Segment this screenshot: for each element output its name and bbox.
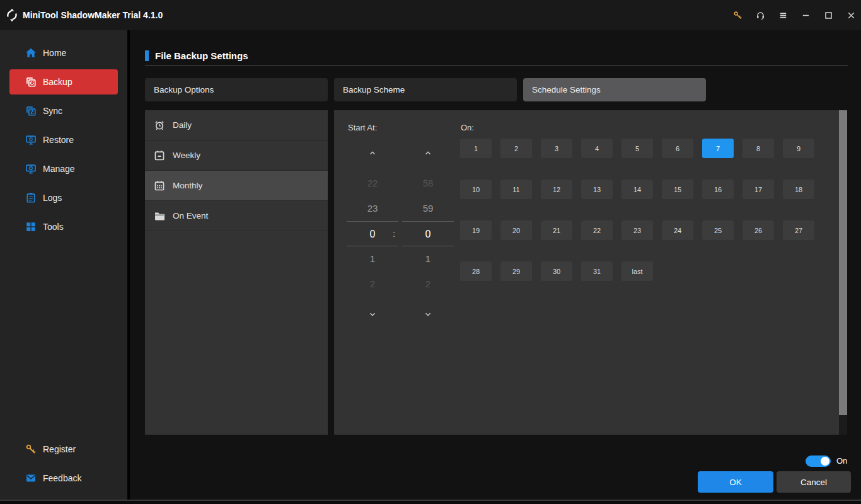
- day-button[interactable]: 14: [621, 180, 653, 199]
- day-button[interactable]: 17: [743, 180, 774, 199]
- minute-value[interactable]: 2: [402, 272, 454, 297]
- schedule-type-label: Weekly: [173, 151, 200, 160]
- chevron-down-icon: [368, 310, 377, 319]
- titlebar-support-button[interactable]: [753, 6, 768, 24]
- schedule-type-label: Monthly: [173, 181, 202, 190]
- titlebar-key-button[interactable]: [730, 6, 745, 24]
- sidebar-item-home[interactable]: Home: [9, 40, 118, 66]
- app-window: MiniTool ShadowMaker Trial 4.1.0: [0, 0, 861, 504]
- day-button[interactable]: 29: [500, 261, 532, 281]
- day-button[interactable]: 28: [460, 261, 492, 281]
- day-button[interactable]: 8: [743, 139, 774, 158]
- hour-up-button[interactable]: [347, 140, 398, 166]
- minute-down-button[interactable]: [402, 302, 454, 327]
- page-header: File Backup Settings: [145, 50, 848, 66]
- schedule-toggle[interactable]: [806, 455, 831, 467]
- titlebar-close-button[interactable]: [843, 6, 858, 24]
- time-separator: :: [390, 221, 398, 246]
- schedule-type-monthly[interactable]: Monthly: [145, 171, 328, 201]
- sidebar-item-tools[interactable]: Tools: [9, 214, 118, 239]
- home-icon: [25, 47, 37, 59]
- minute-up-button[interactable]: [402, 140, 454, 166]
- day-button[interactable]: 18: [783, 180, 814, 199]
- day-button[interactable]: 30: [541, 261, 572, 281]
- sidebar-bottom-items: Register Feedback: [0, 437, 127, 495]
- day-button[interactable]: 26: [743, 220, 774, 240]
- day-button[interactable]: 11: [500, 180, 532, 199]
- sidebar-item-register[interactable]: Register: [9, 437, 118, 462]
- day-button[interactable]: 16: [702, 180, 734, 199]
- titlebar-menu-button[interactable]: [775, 6, 790, 24]
- day-button[interactable]: 24: [662, 220, 693, 240]
- tab-backup-options[interactable]: Backup Options: [145, 78, 328, 101]
- day-button[interactable]: 9: [783, 139, 814, 158]
- toggle-state-label: On: [836, 455, 847, 467]
- schedule-type-on-event[interactable]: On Event: [145, 201, 328, 231]
- key-icon: [733, 11, 743, 20]
- window-bottom-edge: [0, 501, 861, 504]
- hour-down-button[interactable]: [347, 302, 398, 327]
- sidebar-item-label: Manage: [43, 164, 75, 174]
- day-button[interactable]: 5: [621, 139, 653, 158]
- schedule-type-label: On Event: [173, 211, 208, 220]
- titlebar-buttons: [722, 6, 858, 24]
- day-button[interactable]: 27: [783, 220, 814, 240]
- day-button[interactable]: 12: [541, 180, 572, 199]
- day-button[interactable]: 21: [541, 220, 572, 240]
- day-button[interactable]: 10: [460, 180, 492, 199]
- day-button[interactable]: 1: [460, 139, 492, 158]
- day-button[interactable]: 19: [460, 220, 492, 240]
- sidebar-item-restore[interactable]: Restore: [9, 127, 118, 152]
- sidebar-item-manage[interactable]: Manage: [9, 156, 118, 181]
- backup-icon: [25, 76, 37, 88]
- manage-icon: [25, 163, 37, 175]
- sidebar-item-feedback[interactable]: Feedback: [9, 466, 118, 491]
- sidebar-separator: [127, 30, 130, 500]
- minute-value[interactable]: 0: [402, 221, 454, 246]
- day-button[interactable]: 20: [500, 220, 532, 240]
- sidebar-item-label: Backup: [43, 77, 72, 87]
- day-button[interactable]: 7: [702, 139, 734, 158]
- scrollbar-thumb[interactable]: [839, 110, 847, 415]
- toggle-knob: [821, 457, 829, 466]
- sidebar-item-backup[interactable]: Backup: [9, 69, 118, 94]
- day-button[interactable]: 2: [500, 139, 532, 158]
- schedule-type-daily[interactable]: Daily: [145, 110, 328, 140]
- schedule-type-weekly[interactable]: Weekly: [145, 140, 328, 171]
- tab-backup-scheme[interactable]: Backup Scheme: [334, 78, 517, 101]
- day-button[interactable]: 6: [662, 139, 693, 158]
- day-button[interactable]: last: [621, 261, 653, 281]
- day-button[interactable]: 13: [581, 180, 613, 199]
- hour-value[interactable]: 2: [347, 272, 398, 297]
- day-button[interactable]: 4: [581, 139, 613, 158]
- sidebar-item-label: Register: [43, 444, 76, 454]
- sidebar-item-logs[interactable]: Logs: [9, 185, 118, 210]
- ok-button[interactable]: OK: [698, 471, 773, 493]
- minute-value[interactable]: 59: [402, 196, 454, 221]
- cancel-button[interactable]: Cancel: [777, 471, 851, 493]
- minute-spinner: 58 59 0 1 2: [402, 110, 454, 337]
- logs-icon: [25, 192, 37, 203]
- titlebar-minimize-button[interactable]: [798, 6, 813, 24]
- hour-value[interactable]: 22: [347, 171, 398, 196]
- settings-tabs: Backup Options Backup Scheme Schedule Se…: [145, 78, 706, 101]
- titlebar-maximize-button[interactable]: [821, 6, 836, 24]
- day-button[interactable]: 25: [702, 220, 734, 240]
- panel-scrollbar: [839, 110, 847, 435]
- menu-icon: [778, 11, 788, 20]
- chevron-up-icon: [368, 149, 377, 158]
- day-button[interactable]: 31: [581, 261, 613, 281]
- minute-value[interactable]: 58: [402, 171, 454, 196]
- day-button[interactable]: 3: [541, 139, 572, 158]
- sidebar-item-label: Logs: [43, 193, 62, 203]
- day-button[interactable]: 15: [662, 180, 693, 199]
- hour-value[interactable]: 23: [347, 196, 398, 221]
- hour-value[interactable]: 1: [347, 246, 398, 272]
- sidebar: Home Backup Sync Restore: [0, 30, 127, 500]
- day-button[interactable]: 23: [621, 220, 653, 240]
- minute-value[interactable]: 1: [402, 246, 454, 272]
- sidebar-item-sync[interactable]: Sync: [9, 98, 118, 123]
- tab-schedule-settings[interactable]: Schedule Settings: [523, 78, 706, 101]
- day-button[interactable]: 22: [581, 220, 613, 240]
- key-icon: [25, 444, 37, 455]
